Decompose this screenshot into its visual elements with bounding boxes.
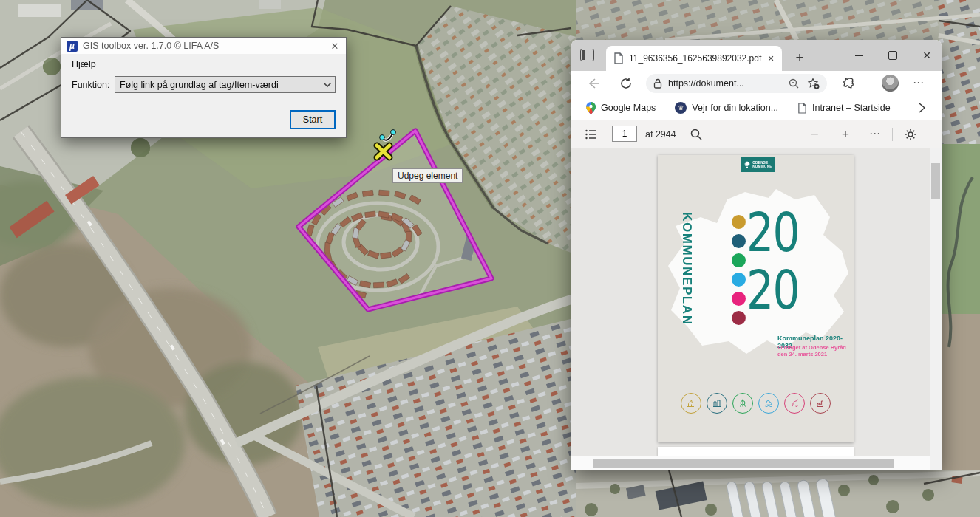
google-maps-pin-icon [586, 102, 596, 114]
map-tooltip: Udpeg element [392, 168, 463, 183]
cover-dot [732, 253, 746, 267]
bookmark-google-maps[interactable]: Google Maps [586, 102, 656, 114]
cover-icons [681, 393, 831, 414]
bookmark-label: Google Maps [601, 103, 656, 113]
cover-dot [732, 234, 746, 248]
adopted-line2: den 24. marts 2021 [777, 351, 827, 357]
browser-tab[interactable]: 11_9636356_1625639892032.pdf ✕ [606, 46, 782, 71]
city-icon [707, 393, 727, 414]
cover-dot [732, 273, 746, 287]
map-cross-marker [377, 145, 389, 157]
pdf-viewport[interactable]: ODENSEKOMMUNE KOMMUNEPLAN 2020 Kommunepl… [571, 148, 930, 456]
leisure-icon [732, 393, 753, 414]
pdf-more-icon[interactable]: ⋯ [868, 128, 882, 141]
mobility-icon [784, 393, 805, 414]
zoom-out-icon[interactable]: – [808, 128, 821, 141]
funktion-selected-value: Følg link på grundlag af tag/Item-værdi [120, 80, 323, 90]
page-total-label: af 2944 [645, 129, 676, 140]
adopted-line1: Vedtaget af Odense Byråd [777, 344, 846, 351]
weather-crown-icon: ♛ [675, 102, 687, 114]
bookmarks-bar: Google Maps ♛ Vejr for din lokation... I… [571, 96, 942, 120]
window-close-button[interactable]: ✕ [910, 40, 942, 71]
profile-avatar[interactable] [882, 75, 899, 92]
cover-vertical-title: KOMMUNEPLAN [679, 212, 694, 326]
start-button[interactable]: Start [290, 110, 336, 129]
zoom-in-icon[interactable]: + [839, 128, 852, 141]
zoom-out-indicator-icon[interactable] [788, 78, 800, 89]
bookmark-label: Intranet – Startside [812, 103, 891, 113]
odense-kommune-logo: ODENSEKOMMUNE [741, 157, 775, 172]
back-icon[interactable] [586, 76, 601, 91]
window-maximize-button[interactable] [876, 40, 910, 71]
cover-dot [732, 215, 746, 229]
vertical-scrollbar[interactable] [930, 148, 942, 456]
logo-emblem-icon [744, 160, 750, 169]
document-icon [797, 103, 807, 114]
dialog-close-button[interactable]: ✕ [324, 41, 346, 52]
lock-icon [653, 78, 662, 89]
tab-actions-icon[interactable] [580, 49, 594, 61]
bookmark-weather[interactable]: ♛ Vejr for din lokation... [675, 102, 778, 114]
cover-dot [732, 292, 746, 306]
gis-toolbox-dialog: µ GIS toolbox ver. 1.7.0 © LIFA A/S ✕ Hj… [61, 37, 347, 138]
menu-help[interactable]: Hjælp [61, 54, 346, 72]
search-icon[interactable] [690, 128, 703, 141]
vertical-scroll-thumb[interactable] [931, 163, 940, 199]
climate-icon [758, 393, 779, 414]
extensions-icon[interactable] [842, 76, 857, 91]
pdf-toolbar: af 2944 – + ⋯ [571, 120, 942, 149]
pdf-page-1: ODENSEKOMMUNE KOMMUNEPLAN 2020 Kommunepl… [658, 155, 854, 442]
lifa-logo-icon: µ [67, 41, 78, 52]
tab-strip: 11_9636356_1625639892032.pdf ✕ + ✕ [571, 40, 942, 71]
cover-year: 2020 [746, 204, 799, 319]
scrollbar-corner [930, 456, 942, 470]
add-favorite-icon[interactable] [807, 78, 820, 89]
dialog-title: GIS toolbox ver. 1.7.0 © LIFA A/S [83, 41, 324, 51]
document-icon [613, 52, 624, 64]
bookmark-intranet[interactable]: Intranet – Startside [797, 103, 891, 114]
address-bar[interactable]: https://dokument... [646, 74, 827, 93]
edge-browser-window: 11_9636356_1625639892032.pdf ✕ + ✕ https… [571, 40, 942, 470]
dialog-titlebar[interactable]: µ GIS toolbox ver. 1.7.0 © LIFA A/S ✕ [61, 38, 346, 54]
bookmark-label: Vejr for din lokation... [692, 103, 778, 113]
window-minimize-button[interactable] [842, 40, 876, 71]
table-of-contents-icon[interactable] [585, 128, 598, 141]
navigation-bar: https://dokument... ⋯ [571, 71, 942, 96]
bookmarks-overflow-chevron-icon[interactable] [915, 101, 928, 114]
cover-dot [732, 311, 746, 325]
tab-close-icon[interactable]: ✕ [764, 52, 777, 65]
chevron-down-icon [323, 82, 332, 88]
divider [871, 78, 871, 89]
funktion-dropdown[interactable]: Følg link på grundlag af tag/Item-værdi [115, 76, 336, 93]
horizontal-scroll-thumb[interactable] [593, 459, 894, 468]
settings-gear-icon[interactable] [904, 128, 917, 141]
tab-title: 11_9636356_1625639892032.pdf [629, 53, 764, 64]
browser-more-icon[interactable]: ⋯ [910, 75, 928, 92]
page-number-input[interactable] [612, 126, 637, 142]
divider [892, 128, 893, 141]
refresh-icon[interactable] [619, 76, 633, 91]
desktop: { "map": { "tooltip": "Udpeg element", "… [0, 0, 980, 517]
cover-dots [732, 215, 746, 325]
industry-icon [810, 393, 831, 414]
construction-icon [681, 393, 701, 414]
horizontal-scrollbar[interactable] [571, 456, 930, 470]
funktion-label: Funktion: [72, 80, 115, 90]
new-tab-button[interactable]: + [790, 48, 809, 67]
url-text: https://dokument... [668, 78, 788, 89]
